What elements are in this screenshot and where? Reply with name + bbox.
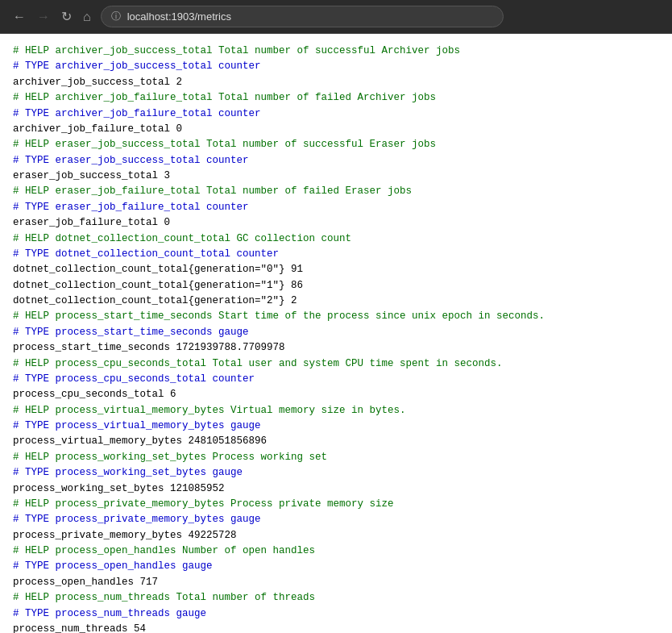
metrics-line: process_num_threads 54 bbox=[13, 622, 659, 633]
metrics-line: # HELP archiver_job_success_total Total … bbox=[13, 44, 659, 59]
home-button[interactable]: ⌂ bbox=[80, 8, 94, 26]
metrics-line: process_private_memory_bytes 49225728 bbox=[13, 528, 659, 543]
metrics-line: # HELP process_private_memory_bytes Proc… bbox=[13, 497, 659, 512]
metrics-line: # TYPE process_start_time_seconds gauge bbox=[13, 325, 659, 340]
nav-buttons: ← → ↻ ⌂ bbox=[10, 7, 94, 26]
metrics-line: eraser_job_success_total 3 bbox=[13, 169, 659, 184]
metrics-line: eraser_job_failure_total 0 bbox=[13, 215, 659, 231]
metrics-line: # HELP eraser_job_failure_total Total nu… bbox=[13, 184, 659, 199]
metrics-line: process_open_handles 717 bbox=[13, 575, 659, 590]
metrics-line: # TYPE archiver_job_success_total counte… bbox=[13, 59, 659, 74]
metrics-line: archiver_job_failure_total 0 bbox=[13, 122, 659, 137]
back-button[interactable]: ← bbox=[10, 8, 29, 26]
metrics-line: # TYPE archiver_job_failure_total counte… bbox=[13, 106, 659, 122]
metrics-line: # TYPE eraser_job_success_total counter bbox=[13, 153, 659, 169]
metrics-line: # HELP process_cpu_seconds_total Total u… bbox=[13, 356, 659, 372]
metrics-line: archiver_job_success_total 2 bbox=[13, 75, 659, 90]
metrics-line: # TYPE process_virtual_memory_bytes gaug… bbox=[13, 419, 659, 434]
metrics-line: # HELP process_working_set_bytes Process… bbox=[13, 450, 659, 465]
metrics-line: # HELP process_start_time_seconds Start … bbox=[13, 309, 659, 324]
reload-button[interactable]: ↻ bbox=[58, 7, 75, 26]
lock-icon: ⓘ bbox=[111, 10, 121, 23]
metrics-line: # TYPE eraser_job_failure_total counter bbox=[13, 200, 659, 215]
metrics-line: # TYPE process_num_threads gauge bbox=[13, 606, 659, 622]
address-bar[interactable]: ⓘ bbox=[101, 6, 504, 27]
metrics-content: # HELP archiver_job_success_total Total … bbox=[0, 34, 672, 633]
forward-button[interactable]: → bbox=[34, 8, 53, 26]
metrics-line: # TYPE process_open_handles gauge bbox=[13, 559, 659, 574]
metrics-line: # HELP process_virtual_memory_bytes Virt… bbox=[13, 403, 659, 419]
browser-chrome: ← → ↻ ⌂ ⓘ bbox=[0, 0, 672, 34]
metrics-line: # HELP archiver_job_failure_total Total … bbox=[13, 90, 659, 106]
metrics-line: # HELP process_num_threads Total number … bbox=[13, 590, 659, 606]
metrics-line: process_virtual_memory_bytes 24810518568… bbox=[13, 434, 659, 449]
metrics-line: dotnet_collection_count_total{generation… bbox=[13, 294, 659, 309]
metrics-line: # TYPE process_private_memory_bytes gaug… bbox=[13, 512, 659, 527]
metrics-line: # TYPE process_working_set_bytes gauge bbox=[13, 465, 659, 481]
metrics-line: # HELP eraser_job_success_total Total nu… bbox=[13, 137, 659, 152]
metrics-line: # HELP dotnet_collection_count_total GC … bbox=[13, 231, 659, 247]
metrics-line: # TYPE dotnet_collection_count_total cou… bbox=[13, 247, 659, 262]
metrics-line: process_working_set_bytes 121085952 bbox=[13, 481, 659, 497]
metrics-line: dotnet_collection_count_total{generation… bbox=[13, 262, 659, 277]
metrics-line: # HELP process_open_handles Number of op… bbox=[13, 543, 659, 559]
metrics-line: # TYPE process_cpu_seconds_total counter bbox=[13, 372, 659, 387]
metrics-line: process_cpu_seconds_total 6 bbox=[13, 387, 659, 402]
url-input[interactable] bbox=[127, 10, 493, 23]
metrics-line: process_start_time_seconds 1721939788.77… bbox=[13, 340, 659, 356]
metrics-line: dotnet_collection_count_total{generation… bbox=[13, 278, 659, 294]
